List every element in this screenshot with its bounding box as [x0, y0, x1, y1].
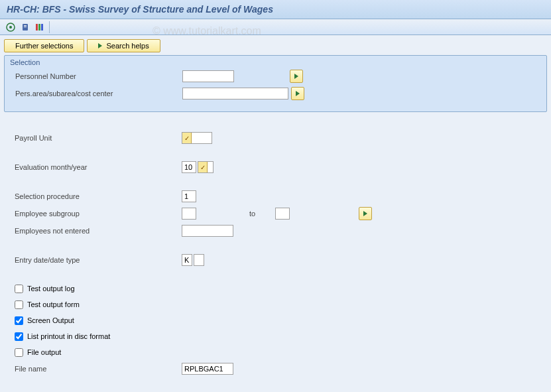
search-helps-button[interactable]: Search helps — [87, 39, 160, 52]
eval-month-row: Evaluation month/year ✓ — [9, 160, 542, 174]
personnel-number-label: Personnel Number — [10, 72, 182, 80]
file-name-label: File name — [9, 365, 182, 373]
required-icon: ✓ — [198, 162, 208, 172]
further-selections-button[interactable]: Further selections — [4, 39, 84, 52]
sel-proc-label: Selection procedure — [9, 192, 182, 200]
window-title: HR-CH: BFS - Swiss Survey of Structure a… — [0, 0, 551, 19]
payroll-unit-input[interactable] — [192, 133, 212, 143]
button-row: Further selections Search helps — [4, 39, 547, 52]
arrow-right-icon — [296, 91, 300, 96]
personnel-number-row: Personnel Number — [10, 69, 541, 84]
cb-test-output-log-row: Test output log — [9, 282, 542, 295]
svg-rect-5 — [36, 24, 38, 31]
arrow-right-icon — [98, 43, 102, 48]
cb-screen-output-row: Screen Output — [9, 314, 542, 327]
entry-date-row: Entry date/date type — [9, 253, 542, 267]
cb-test-output-form[interactable] — [15, 300, 23, 309]
cb-test-output-form-row: Test output form — [9, 298, 542, 311]
emp-subgroup-multi-button[interactable] — [359, 207, 372, 220]
selection-group-title: Selection — [10, 58, 541, 66]
emp-subgroup-to-input[interactable] — [275, 208, 290, 220]
file-name-row: File name — [9, 361, 542, 376]
toolbar-separator — [49, 21, 50, 33]
svg-rect-3 — [24, 25, 27, 26]
personnel-number-multi-button[interactable] — [290, 70, 303, 83]
svg-rect-6 — [38, 24, 40, 31]
eval-year-input[interactable] — [208, 162, 213, 172]
pers-area-row: Pers.area/subarea/cost center — [10, 86, 541, 101]
cb-list-printout[interactable] — [15, 332, 23, 341]
emp-subgroup-label: Employee subgroup — [9, 210, 182, 218]
payroll-unit-label: Payroll Unit — [9, 134, 182, 142]
entry-date-label: Entry date/date type — [9, 256, 182, 264]
cb-screen-output[interactable] — [15, 316, 23, 325]
svg-rect-7 — [41, 24, 43, 31]
emp-subgroup-from-input[interactable] — [182, 208, 196, 220]
eval-month-label: Evaluation month/year — [9, 163, 182, 171]
info-icon[interactable] — [20, 22, 31, 33]
cb-label: File output — [27, 348, 61, 356]
cb-test-output-log[interactable] — [15, 285, 23, 293]
color-bars-icon[interactable] — [34, 22, 45, 33]
arrow-right-icon — [363, 211, 367, 216]
payroll-unit-field: ✓ — [182, 132, 212, 144]
button-label: Search helps — [106, 42, 149, 50]
cb-file-output[interactable] — [15, 348, 23, 357]
to-label: to — [249, 210, 255, 218]
cb-label: Test output form — [27, 300, 80, 308]
cb-label: Test output log — [27, 285, 75, 293]
cb-list-printout-row: List printout in disc format — [9, 330, 542, 343]
required-icon: ✓ — [182, 133, 192, 143]
eval-year-field: ✓ — [198, 161, 214, 173]
form-area: Payroll Unit ✓ Evaluation month/year ✓ S… — [4, 119, 547, 383]
sel-proc-row: Selection procedure — [9, 189, 542, 204]
cb-label: Screen Output — [27, 316, 74, 324]
button-label: Further selections — [15, 42, 73, 50]
emp-not-entered-row: Employees not entered — [9, 224, 542, 238]
emp-not-entered-input[interactable] — [182, 225, 233, 237]
execute-icon[interactable] — [5, 22, 16, 33]
svg-point-1 — [9, 26, 12, 29]
entry-date-input-1[interactable] — [182, 254, 192, 266]
main-content: Further selections Search helps Selectio… — [0, 35, 551, 392]
personnel-number-input[interactable] — [182, 70, 234, 82]
pers-area-label: Pers.area/subarea/cost center — [10, 90, 182, 98]
cb-file-output-row: File output — [9, 346, 542, 359]
file-name-input[interactable] — [182, 363, 233, 375]
selection-group: Selection Personnel Number Pers.area/sub… — [4, 55, 547, 112]
svg-rect-4 — [24, 27, 27, 27]
pers-area-input[interactable] — [182, 88, 288, 99]
app-toolbar — [0, 19, 551, 35]
emp-subgroup-row: Employee subgroup to — [9, 206, 542, 221]
eval-month-input[interactable] — [182, 161, 196, 173]
payroll-unit-row: Payroll Unit ✓ — [9, 131, 542, 145]
pers-area-multi-button[interactable] — [291, 87, 304, 100]
cb-label: List printout in disc format — [27, 332, 110, 340]
arrow-right-icon — [294, 74, 298, 79]
emp-not-entered-label: Employees not entered — [9, 227, 182, 235]
entry-date-input-2[interactable] — [194, 254, 204, 266]
sel-proc-input[interactable] — [182, 190, 196, 202]
